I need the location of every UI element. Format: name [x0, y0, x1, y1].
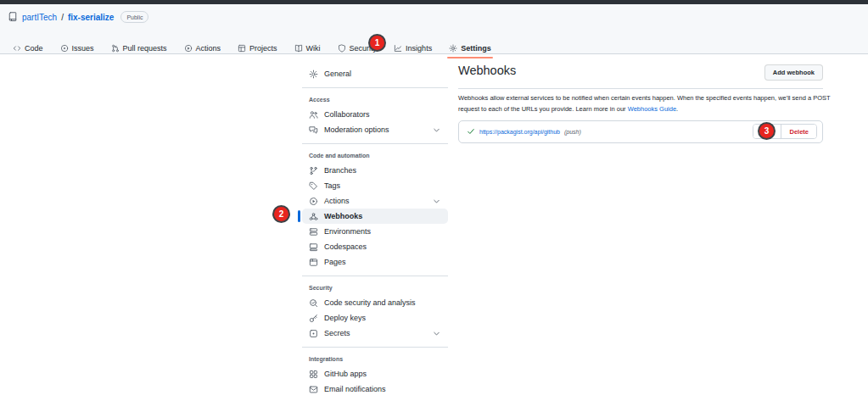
repo-owner-link[interactable]: partITech: [22, 13, 57, 22]
tab-label: Issues: [72, 44, 94, 53]
annotation-marker-1: 1: [368, 34, 386, 52]
tab-issues[interactable]: Issues: [52, 38, 103, 58]
annotation-marker-3: 3: [758, 122, 776, 140]
graph-icon: [394, 44, 402, 53]
tab-pull-requests[interactable]: Pull requests: [103, 38, 176, 58]
tab-wiki[interactable]: Wiki: [286, 38, 329, 58]
chevron-down-icon: [432, 197, 441, 206]
sidebar-item-collaborators[interactable]: Collaborators: [302, 107, 448, 122]
sidebar-item-label: Email notifications: [324, 385, 386, 393]
tab-projects[interactable]: Projects: [229, 38, 286, 58]
pull-request-icon: [111, 44, 120, 53]
repo-icon: [8, 12, 18, 22]
tab-actions[interactable]: Actions: [176, 38, 230, 58]
sidebar-item-label: General: [324, 70, 351, 78]
comment-discussion-icon: [309, 125, 318, 135]
sidebar-item-branches[interactable]: Branches: [302, 163, 448, 178]
settings-sidebar: General Access Collaborators Moderation …: [302, 66, 448, 397]
secret-icon: [309, 329, 318, 338]
webhooks-guide-link[interactable]: Webhooks Guide: [628, 105, 676, 113]
tag-icon: [309, 181, 318, 191]
sidebar-item-environments[interactable]: Environments: [302, 224, 448, 239]
sidebar-item-actions[interactable]: Actions: [302, 193, 448, 209]
gear-icon: [309, 70, 318, 79]
tab-label: Projects: [249, 44, 277, 53]
chevron-down-icon: [432, 329, 441, 338]
sidebar-item-github-apps[interactable]: GitHub apps: [302, 366, 448, 381]
apps-icon: [309, 370, 318, 379]
check-icon: [467, 127, 475, 136]
chevron-down-icon: [432, 125, 441, 135]
mail-icon: [309, 385, 318, 394]
git-branch-icon: [309, 166, 318, 175]
shield-icon: [338, 44, 346, 53]
sidebar-section-security: Security: [302, 282, 448, 295]
webhooks-header: Webhooks Add webhook: [458, 64, 823, 89]
sidebar-item-label: Actions: [324, 197, 350, 205]
sidebar-item-secrets[interactable]: Secrets: [302, 326, 448, 341]
sidebar-item-label: Deploy keys: [324, 314, 366, 322]
play-icon: [184, 44, 193, 53]
sidebar-item-label: Codespaces: [324, 242, 367, 251]
play-icon: [309, 197, 318, 206]
sidebar-item-label: Webhooks: [324, 212, 362, 220]
browser-icon: [309, 258, 318, 267]
server-icon: [309, 227, 318, 237]
sidebar-item-deploy-keys[interactable]: Deploy keys: [302, 310, 448, 326]
sidebar-item-label: Code security and analysis: [324, 298, 416, 307]
webhook-event-label: (push): [564, 129, 581, 135]
tab-label: Code: [25, 44, 43, 53]
sidebar-section-access: Access: [302, 94, 448, 107]
annotation-marker-2: 2: [272, 205, 290, 223]
sidebar-item-label: Collaborators: [324, 110, 370, 119]
visibility-badge: Public: [120, 11, 148, 23]
webhook-icon: [309, 212, 318, 221]
sidebar-divider: [302, 143, 448, 144]
sidebar-item-label: Environments: [324, 227, 371, 236]
people-icon: [309, 110, 318, 120]
sidebar-item-pages[interactable]: Pages: [302, 254, 448, 270]
table-icon: [238, 44, 246, 53]
sidebar-item-tags[interactable]: Tags: [302, 178, 448, 193]
sidebar-section-integrations: Integrations: [302, 354, 448, 366]
sidebar-item-label: Pages: [324, 258, 346, 266]
sidebar-item-moderation-options[interactable]: Moderation options: [302, 122, 448, 137]
issue-opened-icon: [60, 44, 69, 53]
webhook-url-link[interactable]: https://packagist.org/api/github: [479, 129, 560, 135]
repo-nav: Code Issues Pull requests Actions Projec…: [4, 38, 500, 58]
add-webhook-button[interactable]: Add webhook: [764, 64, 823, 81]
sidebar-divider: [302, 87, 448, 88]
tab-insights[interactable]: Insights: [385, 38, 440, 58]
repo-title-row: partITech / fix-serialize Public: [0, 4, 868, 23]
book-icon: [294, 44, 303, 53]
webhooks-description: Webhooks allow external services to be n…: [458, 93, 845, 115]
tab-label: Actions: [196, 44, 221, 53]
sidebar-item-general[interactable]: General: [302, 66, 448, 81]
sidebar-item-label: Tags: [324, 181, 340, 190]
code-icon: [13, 44, 21, 53]
tab-code[interactable]: Code: [4, 38, 52, 58]
sidebar-item-label: GitHub apps: [324, 370, 367, 378]
sidebar-item-webhooks[interactable]: Webhooks: [302, 209, 448, 224]
tab-label: Settings: [461, 44, 491, 53]
codescan-icon: [309, 298, 318, 308]
sidebar-item-label: Moderation options: [324, 125, 389, 134]
tab-label: Insights: [406, 44, 432, 53]
key-icon: [309, 314, 318, 323]
sidebar-divider: [302, 276, 448, 276]
sidebar-item-code-security-and-analysis[interactable]: Code security and analysis: [302, 295, 448, 310]
sidebar-section-code-and-automation: Code and automation: [302, 150, 448, 163]
sidebar-divider: [302, 347, 448, 348]
sidebar-item-codespaces[interactable]: Codespaces: [302, 239, 448, 254]
repo-header: partITech / fix-serialize Public Code Is…: [0, 4, 868, 54]
description-suffix: .: [676, 105, 678, 113]
repo-name-link[interactable]: fix-serialize: [68, 13, 114, 22]
sidebar-item-label: Branches: [324, 166, 356, 175]
tab-label: Wiki: [306, 44, 321, 53]
tab-settings[interactable]: Settings: [440, 38, 500, 58]
gear-icon: [449, 44, 457, 53]
codespaces-icon: [309, 242, 318, 252]
sidebar-item-email-notifications[interactable]: Email notifications: [302, 381, 448, 397]
page-title: Webhooks: [458, 64, 516, 78]
delete-webhook-button[interactable]: Delete: [781, 125, 816, 138]
